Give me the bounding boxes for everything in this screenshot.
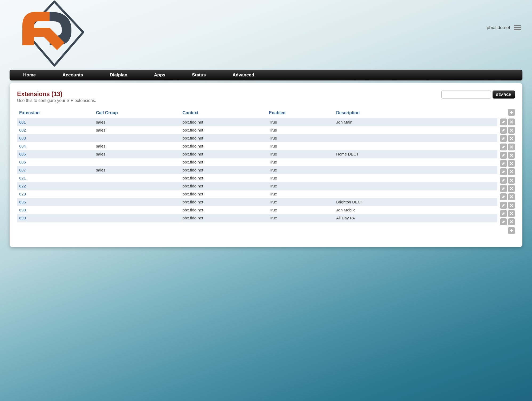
extension-link[interactable]: 629 [19, 192, 26, 196]
delete-button[interactable] [508, 218, 515, 225]
extension-link[interactable]: 602 [19, 128, 26, 132]
delete-button[interactable] [508, 202, 515, 209]
delete-button[interactable] [508, 127, 515, 134]
delete-button[interactable] [508, 160, 515, 167]
cell-context: pbx.fido.net [180, 118, 267, 126]
cell-context: pbx.fido.net [180, 174, 267, 182]
cell-call_group [94, 182, 180, 190]
edit-button[interactable] [500, 185, 507, 192]
cell-call_group: sales [94, 166, 180, 174]
edit-button[interactable] [500, 177, 507, 184]
cell-call_group: sales [94, 126, 180, 134]
edit-button[interactable] [500, 135, 507, 142]
cell-enabled: True [267, 134, 334, 142]
edit-button[interactable] [500, 127, 507, 134]
extension-link[interactable]: 601 [19, 120, 26, 124]
delete-button[interactable] [508, 135, 515, 142]
nav-item-accounts[interactable]: Accounts [57, 70, 88, 80]
edit-button[interactable] [500, 218, 507, 225]
nav-item-advanced[interactable]: Advanced [227, 70, 259, 80]
edit-button[interactable] [500, 202, 507, 209]
extension-link[interactable]: 621 [19, 176, 26, 180]
delete-button[interactable] [508, 118, 515, 125]
extension-link[interactable]: 699 [19, 216, 26, 220]
cell-description: All Day PA [334, 214, 497, 222]
extension-link[interactable]: 604 [19, 144, 26, 148]
cell-context: pbx.fido.net [180, 182, 267, 190]
col-header[interactable]: Description [334, 109, 497, 118]
cell-context: pbx.fido.net [180, 198, 267, 206]
table-row: 635pbx.fido.netTrueBrighton DECT [17, 198, 497, 206]
extension-link[interactable]: 605 [19, 152, 26, 156]
delete-button[interactable] [508, 168, 515, 175]
edit-button[interactable] [500, 152, 507, 159]
table-row: 604salespbx.fido.netTrue [17, 142, 497, 150]
edit-button[interactable] [500, 193, 507, 200]
cell-enabled: True [267, 214, 334, 222]
search-input[interactable] [441, 91, 491, 99]
delete-button[interactable] [508, 152, 515, 159]
logo [10, 0, 84, 67]
cell-description: Home DECT [334, 150, 497, 158]
cell-enabled: True [267, 198, 334, 206]
cell-enabled: True [267, 158, 334, 166]
extension-link[interactable]: 607 [19, 168, 26, 172]
cell-description [334, 134, 497, 142]
nav-item-apps[interactable]: Apps [149, 70, 171, 80]
col-header[interactable]: Call Group [94, 109, 180, 118]
cell-context: pbx.fido.net [180, 150, 267, 158]
cell-context: pbx.fido.net [180, 206, 267, 214]
cell-enabled: True [267, 150, 334, 158]
cell-call_group [94, 134, 180, 142]
col-header[interactable]: Enabled [267, 109, 334, 118]
col-header[interactable]: Extension [17, 109, 94, 118]
cell-description: Jon Mobile [334, 206, 497, 214]
cell-enabled: True [267, 126, 334, 134]
nav-item-status[interactable]: Status [187, 70, 211, 80]
cell-enabled: True [267, 118, 334, 126]
page-title: Extensions (13) [17, 91, 96, 98]
cell-context: pbx.fido.net [180, 214, 267, 222]
cell-description [334, 190, 497, 198]
col-header[interactable]: Context [180, 109, 267, 118]
cell-context: pbx.fido.net [180, 126, 267, 134]
table-row: 622pbx.fido.netTrue [17, 182, 497, 190]
edit-button[interactable] [500, 144, 507, 150]
menu-icon[interactable] [514, 25, 521, 30]
content-panel: Extensions (13) Use this to configure yo… [10, 83, 522, 247]
search-button[interactable]: SEARCH [493, 91, 515, 99]
extension-link[interactable]: 698 [19, 208, 26, 212]
extension-link[interactable]: 606 [19, 160, 26, 164]
delete-button[interactable] [508, 210, 515, 217]
edit-button[interactable] [500, 210, 507, 217]
cell-description [334, 182, 497, 190]
cell-enabled: True [267, 182, 334, 190]
extension-link[interactable]: 603 [19, 136, 26, 140]
delete-button[interactable] [508, 193, 515, 200]
table-row: 698pbx.fido.netTrueJon Mobile [17, 206, 497, 214]
domain-label: pbx.fido.net [487, 25, 510, 30]
edit-button[interactable] [500, 118, 507, 125]
edit-button[interactable] [500, 168, 507, 175]
delete-button[interactable] [508, 144, 515, 150]
nav-item-dialplan[interactable]: Dialplan [104, 70, 133, 80]
add-extension-button[interactable] [508, 227, 515, 234]
extension-link[interactable]: 635 [19, 200, 26, 204]
cell-description [334, 174, 497, 182]
extension-link[interactable]: 622 [19, 184, 26, 188]
cell-call_group [94, 158, 180, 166]
delete-button[interactable] [508, 177, 515, 184]
cell-call_group: sales [94, 142, 180, 150]
cell-enabled: True [267, 190, 334, 198]
nav-item-home[interactable]: Home [18, 70, 41, 80]
cell-call_group [94, 214, 180, 222]
cell-enabled: True [267, 142, 334, 150]
table-row: 621pbx.fido.netTrue [17, 174, 497, 182]
delete-button[interactable] [508, 185, 515, 192]
cell-context: pbx.fido.net [180, 158, 267, 166]
edit-button[interactable] [500, 160, 507, 167]
table-row: 606pbx.fido.netTrue [17, 158, 497, 166]
add-extension-button[interactable] [508, 109, 515, 116]
cell-context: pbx.fido.net [180, 142, 267, 150]
extensions-table: ExtensionCall GroupContextEnabledDescrip… [17, 109, 497, 222]
